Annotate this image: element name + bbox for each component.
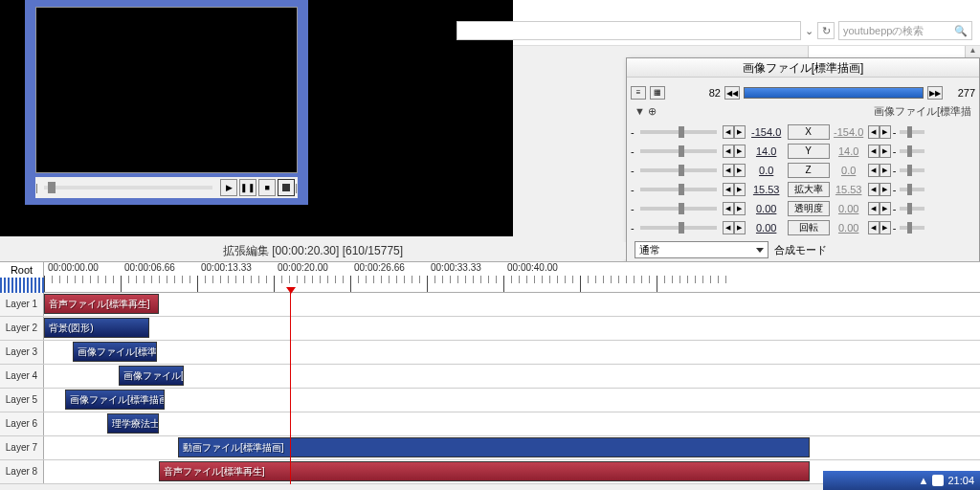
stop-button[interactable]: ■ [258, 179, 276, 196]
param-slider[interactable] [640, 188, 717, 191]
clip[interactable]: 画像ファイル[標準描画] [65, 390, 165, 410]
param-slider[interactable] [640, 207, 717, 211]
param-slider-right[interactable] [900, 207, 924, 211]
refresh-icon[interactable]: ↻ [817, 22, 835, 39]
frame-range: ≡ ▦ 82 ◀◀ ▶▶ 277 [631, 83, 975, 102]
search-input[interactable]: youtubeppの検索 🔍 [838, 21, 972, 40]
param-value-left[interactable]: 0.0 [747, 165, 786, 176]
param-slider-right[interactable] [900, 168, 924, 172]
seek-back-icon[interactable]: ◀◀ [724, 86, 740, 100]
param-value-left[interactable]: 0.00 [747, 222, 786, 234]
param-slider-right[interactable] [900, 130, 924, 134]
track-content[interactable]: 画像ファイル[標準 [44, 341, 980, 364]
spin-right-icon[interactable]: ▶ [880, 164, 891, 177]
tray-icon[interactable] [932, 475, 944, 486]
seek-bar[interactable] [44, 186, 212, 189]
spin-right-icon[interactable]: ▶ [880, 183, 891, 196]
param-value-right[interactable]: -154.0 [832, 126, 866, 138]
track-label: Layer 6 [0, 412, 44, 435]
playhead[interactable] [290, 293, 291, 484]
root-button[interactable]: Root [0, 262, 44, 292]
param-label[interactable]: Y [788, 144, 830, 159]
spin-right-icon[interactable]: ▶ [880, 202, 891, 215]
spin-left-icon[interactable]: ◀ [868, 164, 880, 177]
param-slider[interactable] [640, 168, 717, 172]
seek-end: | [295, 182, 298, 193]
spin-left-icon[interactable]: ◀ [723, 202, 734, 215]
spin-right-icon[interactable]: ▶ [734, 202, 746, 215]
param-label[interactable]: X [788, 124, 830, 140]
clip[interactable]: 音声ファイル[標準再生] [44, 294, 159, 314]
spin-right-icon[interactable]: ▶ [880, 221, 891, 234]
grid-icon[interactable]: ▦ [650, 86, 665, 100]
lock-icon[interactable]: ⊕ [648, 105, 657, 117]
spin-left-icon[interactable]: ◀ [868, 125, 880, 139]
track-content[interactable]: 動画ファイル[標準描画] [44, 436, 980, 459]
track-content[interactable]: 画像ファイル[標 [44, 365, 980, 388]
dropdown-icon[interactable]: ⌄ [805, 25, 813, 37]
track-content[interactable]: 理学療法士 [44, 412, 980, 435]
spin-left-icon[interactable]: ◀ [723, 183, 734, 196]
param-label[interactable]: 透明度 [788, 201, 830, 216]
spin-right-icon[interactable]: ▶ [734, 145, 746, 158]
spin-right-icon[interactable]: ▶ [734, 221, 746, 234]
param-value-right[interactable]: 0.00 [832, 222, 866, 234]
param-value-right[interactable]: 0.0 [832, 165, 866, 176]
spin-left-icon[interactable]: ◀ [723, 125, 734, 139]
blend-mode-value: 通常 [639, 243, 660, 257]
track-content[interactable]: 背景(図形) [44, 317, 980, 340]
spin-right-icon[interactable]: ▶ [734, 125, 746, 139]
record-button[interactable] [278, 179, 295, 196]
param-value-left[interactable]: -154.0 [747, 126, 786, 138]
param-value-right[interactable]: 15.53 [832, 184, 866, 195]
param-value-right[interactable]: 0.00 [832, 203, 866, 214]
param-slider-right[interactable] [900, 188, 924, 191]
blend-mode-select[interactable]: 通常 [635, 241, 768, 258]
param-slider[interactable] [640, 130, 717, 134]
align-icon[interactable]: ≡ [631, 86, 646, 100]
spin-left-icon[interactable]: ◀ [868, 145, 880, 158]
param-value-left[interactable]: 15.53 [747, 184, 786, 195]
clip[interactable]: 理学療法士 [107, 413, 159, 434]
clip[interactable]: 画像ファイル[標準 [73, 342, 157, 362]
clip[interactable]: 音声ファイル[標準再生] [159, 461, 810, 481]
param-slider-right[interactable] [900, 149, 924, 153]
track: Layer 4画像ファイル[標 [0, 365, 980, 389]
time-ruler[interactable]: 00:00:00.0000:00:06.6600:00:13.3300:00:2… [44, 262, 980, 292]
tray-icon[interactable]: ▲ [919, 475, 929, 486]
spin-left-icon[interactable]: ◀ [723, 221, 734, 234]
param-slider-right[interactable] [900, 226, 924, 230]
param-label[interactable]: 回転 [788, 220, 830, 235]
param-value-left[interactable]: 14.0 [747, 145, 786, 157]
clip[interactable]: 動画ファイル[標準描画] [178, 437, 810, 457]
spin-right-icon[interactable]: ▶ [734, 164, 746, 177]
spin-right-icon[interactable]: ▶ [734, 183, 746, 196]
spin-left-icon[interactable]: ◀ [868, 202, 880, 215]
param-label[interactable]: 拡大率 [788, 182, 830, 197]
seek-fwd-icon[interactable]: ▶▶ [927, 86, 943, 100]
spin-left-icon[interactable]: ◀ [868, 221, 880, 234]
clip[interactable]: 背景(図形) [44, 318, 149, 338]
param-value-right[interactable]: 14.0 [832, 145, 866, 157]
param-row: - ◀▶ 0.00 透明度 0.00 ◀▶ - [631, 199, 975, 218]
frame-bar[interactable] [744, 87, 924, 99]
param-label[interactable]: Z [788, 163, 830, 178]
spin-left-icon[interactable]: ◀ [723, 164, 734, 177]
clip[interactable]: 画像ファイル[標 [119, 366, 184, 386]
address-bar[interactable] [457, 21, 801, 40]
time-label: 00:00:40.00 [507, 262, 558, 273]
param-slider[interactable] [640, 149, 717, 153]
pause-button[interactable]: ❚❚ [239, 179, 256, 196]
track-label: Layer 1 [0, 293, 44, 316]
spin-right-icon[interactable]: ▶ [880, 125, 891, 139]
track: Layer 3画像ファイル[標準 [0, 341, 980, 365]
track-content[interactable]: 画像ファイル[標準描画] [44, 389, 980, 412]
spin-left-icon[interactable]: ◀ [868, 183, 880, 196]
param-slider[interactable] [640, 226, 717, 230]
spin-left-icon[interactable]: ◀ [723, 145, 734, 158]
track-content[interactable]: 音声ファイル[標準再生] [44, 293, 980, 316]
spin-right-icon[interactable]: ▶ [880, 145, 891, 158]
collapse-icon[interactable]: ▼ [635, 105, 645, 117]
param-value-left[interactable]: 0.00 [747, 203, 786, 214]
play-button[interactable]: ▶ [220, 179, 237, 196]
